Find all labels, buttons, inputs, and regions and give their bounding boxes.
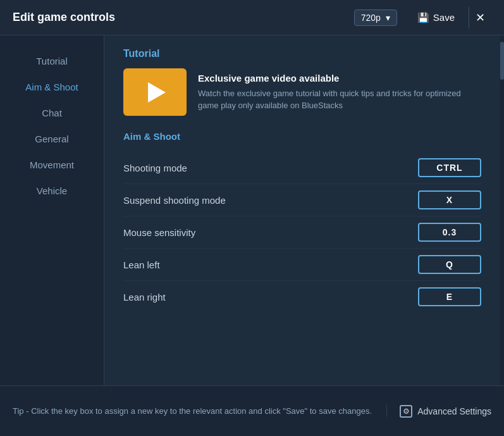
- lean-left-label: Lean left: [123, 259, 160, 270]
- suspend-shooting-label: Suspend shooting mode: [123, 195, 226, 206]
- page-title: Edit game controls: [13, 11, 354, 24]
- dropdown-arrow-icon: ▾: [386, 13, 390, 23]
- control-row-shooting-mode: Shooting mode CTRL: [123, 152, 481, 184]
- shooting-mode-key[interactable]: CTRL: [418, 158, 481, 177]
- header: Edit game controls 720p ▾ 💾 Save ✕: [0, 0, 504, 35]
- tutorial-section-heading: Tutorial: [123, 48, 481, 59]
- scrollbar-thumb[interactable]: [500, 42, 504, 80]
- tutorial-video-desc: Watch the exclusive game tutorial with q…: [198, 87, 481, 112]
- resolution-value: 720p: [361, 13, 381, 23]
- sidebar: Tutorial Aim & Shoot Chat General Moveme…: [0, 35, 104, 385]
- sidebar-item-vehicle[interactable]: Vehicle: [0, 178, 104, 204]
- mouse-sensitivity-value[interactable]: 0.3: [418, 223, 481, 242]
- control-row-lean-right: Lean right E: [123, 281, 481, 313]
- sidebar-item-general[interactable]: General: [0, 126, 104, 152]
- advanced-settings-button[interactable]: ⚙ Advanced Settings: [400, 405, 491, 418]
- tutorial-video-title: Exclusive game video available: [198, 73, 481, 84]
- tutorial-text: Exclusive game video available Watch the…: [198, 73, 481, 112]
- save-button[interactable]: 💾 Save: [410, 8, 462, 27]
- close-icon: ✕: [476, 11, 485, 24]
- close-button[interactable]: ✕: [469, 7, 491, 28]
- lean-left-key[interactable]: Q: [418, 255, 481, 274]
- sidebar-item-aim-shoot[interactable]: Aim & Shoot: [0, 74, 104, 100]
- control-row-suspend-shooting: Suspend shooting mode X: [123, 184, 481, 216]
- lean-right-label: Lean right: [123, 292, 166, 302]
- suspend-shooting-key[interactable]: X: [418, 190, 481, 209]
- footer-tip: Tip - Click the key box to assign a new …: [13, 405, 387, 418]
- save-disk-icon: 💾: [417, 12, 429, 23]
- control-row-lean-left: Lean left Q: [123, 249, 481, 281]
- content-area: Tutorial Exclusive game video available …: [104, 35, 500, 385]
- resolution-dropdown[interactable]: 720p ▾: [354, 9, 397, 26]
- play-icon: [148, 82, 166, 103]
- scrollbar-track: [500, 35, 504, 385]
- shooting-mode-label: Shooting mode: [123, 163, 187, 173]
- advanced-settings-icon: ⚙: [400, 405, 412, 418]
- tutorial-card: Exclusive game video available Watch the…: [123, 68, 481, 116]
- control-row-mouse-sensitivity: Mouse sensitivity 0.3: [123, 216, 481, 249]
- advanced-settings-label: Advanced Settings: [417, 406, 491, 416]
- lean-right-key[interactable]: E: [418, 287, 481, 306]
- mouse-sensitivity-label: Mouse sensitivity: [123, 227, 195, 238]
- sidebar-item-movement[interactable]: Movement: [0, 152, 104, 178]
- main-layout: Tutorial Aim & Shoot Chat General Moveme…: [0, 35, 504, 385]
- header-actions: 💾 Save ✕: [410, 7, 491, 28]
- sidebar-item-tutorial[interactable]: Tutorial: [0, 48, 104, 74]
- aim-shoot-section-heading: Aim & Shoot: [123, 131, 481, 142]
- footer: Tip - Click the key box to assign a new …: [0, 385, 504, 436]
- save-label: Save: [433, 12, 455, 23]
- sidebar-item-chat[interactable]: Chat: [0, 100, 104, 126]
- video-thumbnail[interactable]: [123, 68, 187, 116]
